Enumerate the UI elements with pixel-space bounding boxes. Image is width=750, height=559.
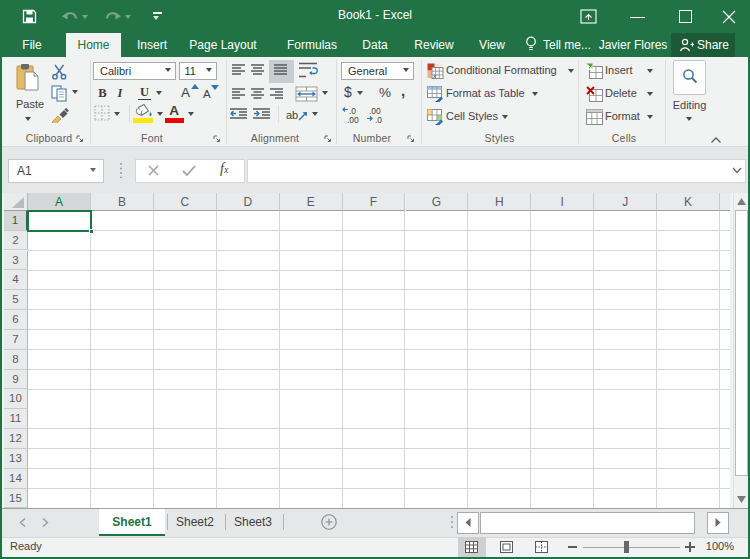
svg-text:.0: .0	[375, 115, 382, 124]
svg-text:ab: ab	[286, 109, 298, 121]
svg-text:.00: .00	[347, 115, 359, 124]
